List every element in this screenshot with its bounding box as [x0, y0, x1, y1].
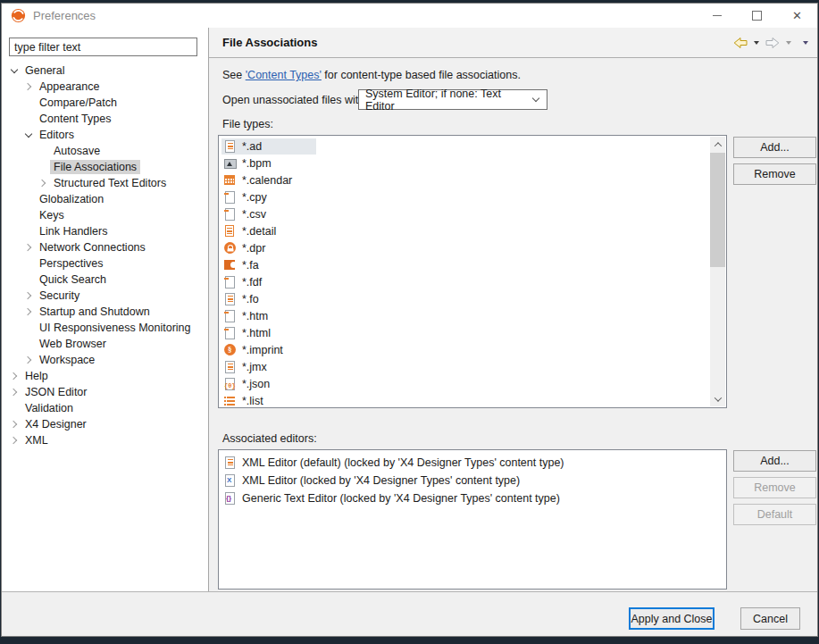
file-type-row-calendar[interactable]: *.calendar: [220, 171, 710, 188]
file-icon: [223, 326, 238, 340]
sidebar-item-help[interactable]: Help: [2, 368, 208, 384]
sidebar-item-ui-responsiveness-monitoring[interactable]: UI Responsiveness Monitoring: [2, 320, 208, 336]
chevron-right-icon[interactable]: [21, 305, 36, 319]
dialog-footer: Apply and Close Cancel: [2, 591, 817, 636]
file-type-row-html[interactable]: *.html: [220, 324, 710, 341]
tree-indent: [21, 208, 36, 222]
chevron-right-icon[interactable]: [21, 240, 36, 255]
sidebar-item-quick-search[interactable]: Quick Search: [2, 272, 208, 288]
file-type-row-cpy[interactable]: *.cpy: [220, 188, 710, 205]
file-type-row-json[interactable]: *.json: [220, 375, 710, 392]
sidebar-item-x4-designer[interactable]: X4 Designer: [2, 416, 208, 432]
file-type-label: *.fo: [242, 293, 259, 305]
sidebar-item-label: General: [21, 63, 68, 78]
tree-indent: [21, 272, 36, 287]
file-type-row-ad[interactable]: *.ad: [220, 138, 710, 155]
tree-indent: [21, 321, 36, 335]
chevron-right-icon[interactable]: [7, 385, 21, 399]
file-type-row-jmx[interactable]: *.jmx: [220, 358, 710, 375]
file-type-row-list[interactable]: *.list: [220, 392, 710, 406]
sidebar-item-keys[interactable]: Keys: [2, 207, 208, 223]
sidebar-item-workspace[interactable]: Workspace: [2, 352, 208, 368]
sidebar-item-validation[interactable]: Validation: [2, 400, 208, 416]
scroll-up-icon[interactable]: [710, 137, 725, 152]
file-type-row-bpm[interactable]: *.bpm: [220, 155, 710, 171]
open-with-select[interactable]: System Editor; if none: Text Editor: [358, 89, 547, 110]
file-type-label: *.csv: [242, 208, 266, 221]
back-history-dropdown-icon[interactable]: [754, 41, 759, 45]
sidebar-item-appearance[interactable]: Appearance: [2, 79, 208, 95]
doc-lines-icon: [223, 456, 238, 470]
sidebar-item-web-browser[interactable]: Web Browser: [2, 336, 208, 352]
tree-indent: [21, 224, 36, 238]
sidebar-item-startup-and-shutdown[interactable]: Startup and Shutdown: [2, 304, 208, 320]
associated-editor-row[interactable]: XML Editor (default) (locked by 'X4 Desi…: [220, 454, 725, 472]
back-icon[interactable]: [733, 37, 748, 49]
sidebar-item-label: Security: [36, 289, 83, 303]
sidebar-item-perspectives[interactable]: Perspectives: [2, 255, 208, 272]
sidebar-item-label: Content Types: [36, 112, 114, 126]
file-types-add-button[interactable]: Add...: [733, 137, 816, 158]
sidebar-item-label: Compare/Patch: [36, 96, 121, 110]
minimize-button[interactable]: [697, 4, 737, 28]
sidebar-item-label: UI Responsiveness Monitoring: [36, 321, 195, 335]
chevron-right-icon[interactable]: [7, 369, 21, 383]
sidebar-item-network-connections[interactable]: Network Connections: [2, 239, 208, 255]
chevron-right-icon[interactable]: [21, 79, 36, 94]
imprint-icon: [223, 343, 238, 357]
file-type-row-htm[interactable]: *.htm: [220, 307, 710, 324]
file-type-label: *.json: [242, 378, 270, 390]
chevron-right-icon[interactable]: [21, 353, 36, 367]
sidebar-item-security[interactable]: Security: [2, 288, 208, 304]
file-type-row-fo[interactable]: *.fo: [220, 290, 710, 307]
view-menu-icon[interactable]: [803, 41, 808, 45]
sidebar-item-content-types[interactable]: Content Types: [2, 111, 208, 127]
chevron-right-icon[interactable]: [7, 433, 21, 447]
scrollbar-thumb[interactable]: [710, 153, 725, 267]
scrollbar[interactable]: [710, 137, 725, 406]
chevron-down-icon[interactable]: [7, 63, 21, 78]
file-type-label: *.html: [242, 327, 271, 339]
close-button[interactable]: ✕: [777, 4, 817, 28]
sidebar-item-general[interactable]: General: [2, 63, 208, 79]
scroll-down-icon[interactable]: [710, 391, 725, 406]
associated-editor-row[interactable]: XML Editor (locked by 'X4 Designer Types…: [220, 472, 725, 489]
sidebar-item-label: Help: [21, 369, 52, 383]
file-types-label: File types:: [222, 118, 273, 130]
sidebar-item-structured-text-editors[interactable]: Structured Text Editors: [2, 175, 208, 191]
maximize-button[interactable]: [737, 4, 777, 28]
chevron-right-icon[interactable]: [21, 289, 36, 303]
file-type-row-detail[interactable]: *.detail: [220, 222, 710, 239]
chevron-down-icon[interactable]: [21, 128, 36, 142]
editors-add-button[interactable]: Add...: [733, 450, 816, 472]
file-type-row-imprint[interactable]: *.imprint: [220, 341, 710, 358]
associated-editor-row[interactable]: Generic Text Editor (locked by 'X4 Desig…: [220, 489, 725, 507]
cancel-button[interactable]: Cancel: [740, 607, 800, 630]
associated-editor-label: Generic Text Editor (locked by 'X4 Desig…: [242, 492, 560, 505]
file-type-row-fdf[interactable]: *.fdf: [220, 273, 710, 290]
file-associations-panel: File Associations See 'Content Types' fo…: [209, 28, 817, 591]
sidebar-item-file-associations[interactable]: File Associations: [2, 159, 208, 175]
sidebar-item-globalization[interactable]: Globalization: [2, 191, 208, 207]
sidebar-item-compare-patch[interactable]: Compare/Patch: [2, 95, 208, 111]
tree-indent: [21, 256, 36, 271]
doc-lines-icon: [223, 139, 238, 154]
image-icon: [223, 156, 238, 171]
sidebar-item-autosave[interactable]: Autosave: [2, 143, 208, 159]
file-type-row-fa[interactable]: *.fa: [220, 256, 710, 273]
editors-default-button: Default: [733, 504, 816, 525]
apply-and-close-button[interactable]: Apply and Close: [629, 607, 715, 630]
sidebar-item-json-editor[interactable]: JSON Editor: [2, 384, 208, 400]
tree-indent: [7, 401, 21, 415]
chevron-right-icon[interactable]: [7, 417, 21, 431]
file-types-remove-button[interactable]: Remove: [733, 163, 816, 185]
content-types-link[interactable]: 'Content Types': [246, 69, 322, 81]
sidebar-item-xml[interactable]: XML: [2, 432, 208, 448]
close-icon: ✕: [792, 10, 802, 21]
file-type-row-dpr[interactable]: *.dpr: [220, 239, 710, 256]
sidebar-item-link-handlers[interactable]: Link Handlers: [2, 223, 208, 239]
filter-input[interactable]: [9, 38, 197, 56]
sidebar-item-editors[interactable]: Editors: [2, 127, 208, 143]
chevron-right-icon[interactable]: [36, 176, 50, 190]
file-type-row-csv[interactable]: *.csv: [220, 205, 710, 222]
